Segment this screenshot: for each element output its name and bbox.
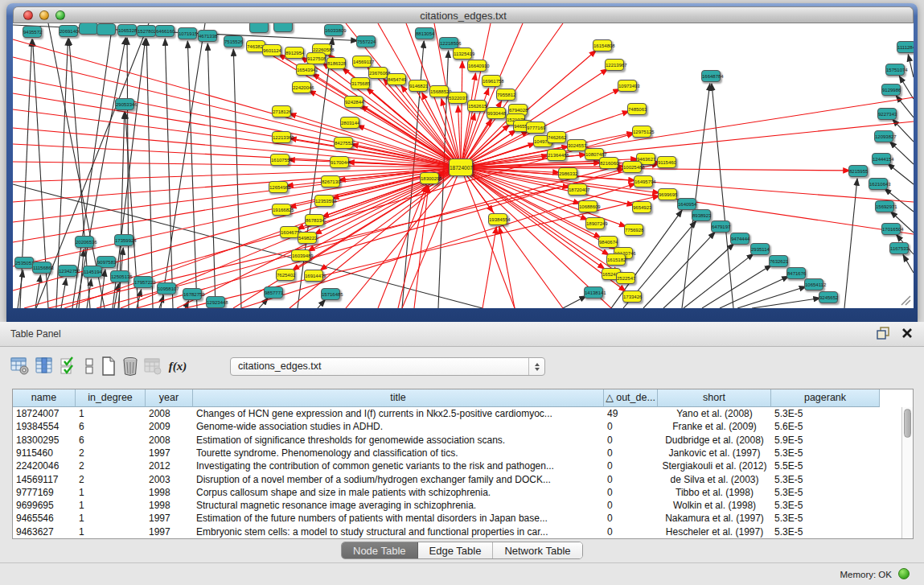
vertical-scrollbar[interactable] <box>901 407 913 538</box>
memory-ok-icon[interactable] <box>898 568 910 579</box>
graph-node[interactable]: 6479197 <box>711 220 730 233</box>
graph-node[interactable]: 8267130 <box>321 175 340 187</box>
graph-node[interactable]: 12923448 <box>206 296 225 308</box>
table-row[interactable]: 969969511998Structural magnetic resonanc… <box>13 499 901 512</box>
table-row[interactable]: 2242004622012Investigating the contribut… <box>13 459 901 472</box>
graph-node[interactable]: 14138141 <box>584 286 603 299</box>
graph-node[interactable]: 29053346 <box>115 98 134 110</box>
graph-node[interactable]: 12654985 <box>269 181 288 193</box>
new-table-button[interactable] <box>98 355 119 377</box>
column-header-name[interactable]: name <box>13 389 76 407</box>
table-row[interactable]: 946554611997Estimation of the future num… <box>13 512 901 525</box>
graph-node[interactable]: 14569117 <box>352 56 372 68</box>
graph-node[interactable]: 9601124 <box>262 44 281 56</box>
delete-table-button[interactable] <box>120 355 141 377</box>
graph-node[interactable]: 12213363 <box>272 131 291 143</box>
table-row[interactable]: 946362711997Embryonic stem cells: a mode… <box>13 525 901 538</box>
column-header-title[interactable]: title <box>193 389 604 407</box>
graph-node[interactable]: 7756928 <box>624 224 643 236</box>
graph-node[interactable]: 23676068 <box>368 67 388 79</box>
graph-node[interactable]: 16033809 <box>324 24 343 36</box>
table-source-select[interactable]: citations_edges.txt <box>230 357 545 376</box>
column-header-year[interactable]: year <box>146 389 193 407</box>
graph-node[interactable]: 10653287 <box>117 24 137 36</box>
graph-node[interactable]: 5322037 <box>448 92 467 104</box>
graph-node[interactable]: 9245652 <box>819 291 838 303</box>
graph-node[interactable]: 10654112 <box>804 278 823 290</box>
graph-node[interactable]: 8427552 <box>334 137 353 149</box>
graph-node[interactable]: 8216060 <box>599 157 618 169</box>
graph-node[interactable]: 18907249 <box>585 217 605 229</box>
graph-node[interactable]: 7557224 <box>356 35 376 47</box>
table-row[interactable]: 1830029562008Estimation of significance … <box>13 434 901 447</box>
graph-node[interactable]: 16107554 <box>270 154 290 166</box>
graph-node[interactable]: 2935114 <box>750 243 770 255</box>
graph-node[interactable]: 10025488 <box>622 161 642 173</box>
graph-node[interactable]: 9840674 <box>598 236 618 248</box>
graph-node[interactable]: 9115460 <box>657 156 676 168</box>
graph-node[interactable]: 9699695 <box>658 188 677 200</box>
graph-node[interactable]: 10719151 <box>178 27 197 39</box>
graph-node[interactable]: 8938923 <box>692 209 711 221</box>
graph-node[interactable]: 22420046 <box>292 81 311 93</box>
graph-node[interactable]: 8186328 <box>326 57 346 69</box>
graph-node[interactable]: 9242844 <box>344 96 363 108</box>
graph-node[interactable]: 10958107 <box>157 282 176 295</box>
graph-node[interactable]: 17957223 <box>133 276 153 288</box>
scrollbar-thumb[interactable] <box>904 409 911 438</box>
graph-node[interactable]: 7632621 <box>769 255 788 267</box>
graph-node[interactable] <box>97 23 116 35</box>
graph-node[interactable]: 8454749 <box>387 73 406 85</box>
graph-node[interactable]: 9129986 <box>881 84 901 96</box>
graph-node[interactable]: 19384554 <box>488 213 507 225</box>
graph-node[interactable]: 17359924 <box>114 234 133 246</box>
graph-node[interactable]: 9127508 <box>306 52 326 64</box>
graph-node[interactable]: 2535051 <box>14 257 34 269</box>
graph-node[interactable]: 16782759 <box>183 288 202 300</box>
graph-node[interactable]: 16648784 <box>701 70 721 82</box>
table-row[interactable]: 1456911722003Disruption of a novel membe… <box>13 473 901 486</box>
graph-node[interactable] <box>249 23 269 33</box>
column-header-in_degree[interactable]: in_degree <box>76 389 146 407</box>
graph-node[interactable]: 1640954 <box>677 198 696 210</box>
graph-node[interactable]: 3024557 <box>567 139 586 151</box>
graph-node[interactable]: 11325419 <box>453 47 472 60</box>
graph-node[interactable]: 2986332 <box>558 167 577 179</box>
graph-node[interactable]: 1167533 <box>889 242 909 254</box>
graph-node[interactable]: 16046756 <box>280 226 299 238</box>
apply-check-button[interactable] <box>58 355 79 377</box>
graph-node[interactable]: 18720407 <box>568 183 587 196</box>
graph-node[interactable]: 7485063 <box>627 103 647 115</box>
table-row[interactable]: 977716911998Corpus callosum shape and si… <box>13 486 901 499</box>
graph-node[interactable]: 10973493 <box>618 80 637 92</box>
graph-node[interactable]: 16154808 <box>593 39 612 51</box>
graph-node[interactable]: 15751074 <box>885 64 905 76</box>
graph-node[interactable]: 9777169 <box>526 122 545 134</box>
graph-node[interactable]: 16495794 <box>634 175 653 187</box>
graph-node[interactable]: 15692971 <box>875 200 894 212</box>
graph-node[interactable]: 1527802 <box>137 25 156 37</box>
graph-node[interactable]: 7515526 <box>224 35 243 47</box>
graph-node[interactable]: 16210643 <box>869 178 888 190</box>
graph-node[interactable]: 1562615 <box>467 100 487 112</box>
graph-node[interactable]: 7462662 <box>547 131 566 143</box>
tab-edge-table[interactable]: Edge Table <box>418 542 494 558</box>
graph-node[interactable]: 2803144 <box>340 117 359 129</box>
graph-node[interactable]: 8912954 <box>285 47 304 59</box>
select-column-button[interactable] <box>34 355 55 377</box>
graph-node[interactable]: 3175685 <box>351 77 370 89</box>
graph-node[interactable]: 8471676 <box>786 267 806 279</box>
graph-node[interactable]: 9146821 <box>409 80 428 92</box>
graph-node[interactable] <box>273 23 293 32</box>
graph-node[interactable]: 2718126 <box>272 105 291 117</box>
column-header-short[interactable]: short <box>658 389 771 407</box>
graph-node[interactable]: 12505135 <box>110 270 129 282</box>
resize-grip-icon[interactable] <box>898 293 911 306</box>
graph-node[interactable]: 4671338 <box>198 30 217 42</box>
graph-node[interactable]: 1615182 <box>606 253 626 266</box>
graph-node[interactable]: 15688520 <box>429 85 449 97</box>
float-window-icon[interactable] <box>877 327 890 340</box>
graph-node[interactable]: 11156863 <box>32 262 51 274</box>
graph-node[interactable]: 10688609 <box>578 200 598 212</box>
column-header-out_de[interactable]: △ out_de... <box>604 389 658 407</box>
